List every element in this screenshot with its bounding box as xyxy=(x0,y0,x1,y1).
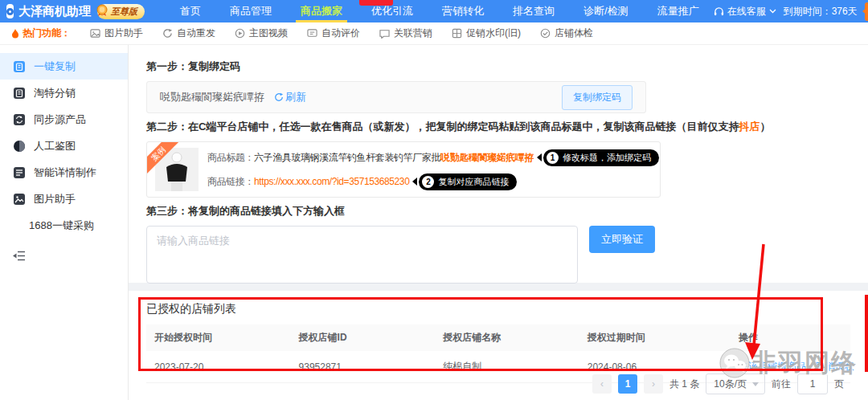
online-service[interactable]: 在线客服 xyxy=(714,5,776,18)
product-title-binding-code: 哾勚匙穝閬璨婼疧嘾拵 xyxy=(440,151,534,165)
edge-marker-icon xyxy=(862,6,868,16)
next-page-button[interactable]: › xyxy=(644,374,663,394)
sidebar-item-manual-image-review[interactable]: 人工鉴图 xyxy=(0,133,128,159)
expire-info: 到期时间：376天 xyxy=(784,5,858,18)
quick-item-auto-repost[interactable]: 自动重发 xyxy=(162,27,215,40)
copy-binding-code-button[interactable]: 复制绑定码 xyxy=(562,85,633,110)
quick-item-related-marketing[interactable]: 关联营销 xyxy=(379,27,432,40)
topbar: 大泽商机助理 至尊版 首页 商品管理 商品搬家 优化引流 营销转化 排名查询 诊… xyxy=(0,0,868,22)
promo-badge xyxy=(359,0,393,6)
product-title-text: 六子渔具玻璃钢溪流竿钓鱼杆套装钓竿厂家批 xyxy=(254,151,440,165)
goto-unit: 页 xyxy=(834,378,844,391)
quick-item-main-video[interactable]: 主图视频 xyxy=(235,27,288,40)
main-content: 第一步：复制绑定码 哾勚匙穝閬璨婼疧嘾拵 刷新 复制绑定码 第二步：在C端平台店… xyxy=(129,45,868,400)
tip-edit-title: 1修改标题，添加绑定码 xyxy=(543,149,659,166)
quick-item-shop-checkup[interactable]: 店铺体检 xyxy=(540,27,593,40)
total-count: 共 1 条 xyxy=(669,378,699,391)
app-title: 大泽商机助理 xyxy=(18,4,91,19)
nav-item-product-management[interactable]: 商品管理 xyxy=(215,0,286,22)
nav-item-home[interactable]: 首页 xyxy=(166,0,215,22)
medal-icon xyxy=(96,4,108,17)
nav-item-marketing-conversion[interactable]: 营销转化 xyxy=(428,0,498,22)
authorized-list-title: 已授权的店铺列表 xyxy=(146,302,850,316)
app-window: 大泽商机助理 至尊版 首页 商品管理 商品搬家 优化引流 营销转化 排名查询 诊… xyxy=(0,0,868,400)
quick-item-auto-review[interactable]: 自动评价 xyxy=(307,27,360,40)
flame-icon xyxy=(11,29,19,39)
refresh-icon xyxy=(274,92,284,102)
goto-label: 前往 xyxy=(772,378,791,391)
authorized-shops-card: 已授权的店铺列表 开始授权时间 授权店铺ID 授权店铺名称 授权过期时间 操作 xyxy=(129,291,868,400)
product-link-line: 商品链接：https://xxx.xxx.com/?id=35715368523… xyxy=(207,173,652,190)
verify-now-button[interactable]: 立即验证 xyxy=(589,226,655,253)
page-1-button[interactable]: 1 xyxy=(618,374,637,394)
image-review-icon xyxy=(13,140,26,153)
sidebar-item-smart-detail-maker[interactable]: 智能详情制作 xyxy=(0,159,128,186)
cancel-authorization-link[interactable]: 取消授权 xyxy=(815,361,854,372)
quick-function-bar: 热门功能： 图片助手 自动重发 主图视频 自动评价 关联营销 促销水印(旧) xyxy=(0,22,868,45)
sidebar-item-taote-distribution[interactable]: 淘特分销 xyxy=(0,80,128,106)
step1-title: 第一步：复制绑定码 xyxy=(146,59,850,74)
sidebar-item-sync-source-products[interactable]: 同步源产品 xyxy=(0,106,128,133)
nav-item-product-mover[interactable]: 商品搬家 xyxy=(286,0,357,22)
step3-title: 第三步：将复制的商品链接填入下方输入框 xyxy=(146,204,850,218)
image-icon xyxy=(90,28,100,39)
col-shop-name: 授权店铺名称 xyxy=(435,324,579,351)
sidebar-item-image-helper[interactable]: 图片助手 xyxy=(0,186,128,212)
step2-title: 第二步：在C端平台店铺中，任选一款在售商品（或新发），把复制的绑定码粘贴到该商品… xyxy=(146,120,850,134)
watermark-grid-icon xyxy=(452,28,462,39)
pagination: ‹ 1 › 共 1 条 10条/页 前往 页 xyxy=(592,373,844,394)
prev-page-button[interactable]: ‹ xyxy=(592,374,612,394)
nav-item-traffic-promotion[interactable]: 流量推广 xyxy=(643,0,714,22)
example-product-box: 案例 商品标题：六子渔具玻璃钢溪流竿钓鱼杆套装钓竿厂家批哾勚匙穝閬璨婼疧嘾拵 1… xyxy=(146,141,661,198)
col-actions: 操作 xyxy=(731,324,850,351)
binding-code: 哾勚匙穝閬璨婼疧嘾拵 xyxy=(160,90,264,104)
product-title-line: 商品标题：六子渔具玻璃钢溪流竿钓鱼杆套装钓竿厂家批哾勚匙穝閬璨婼疧嘾拵 1修改标… xyxy=(207,149,652,166)
col-start-date: 开始授权时间 xyxy=(146,324,291,351)
product-link-input[interactable] xyxy=(146,226,578,284)
page-size-select[interactable]: 10条/页 xyxy=(706,373,765,394)
tip-copy-link: 2复制对应商品链接 xyxy=(419,173,517,190)
hot-functions-label: 热门功能： xyxy=(11,27,71,40)
sidebar-collapse-button[interactable] xyxy=(0,243,128,267)
copy-icon xyxy=(13,60,26,73)
cell-start-date: 2023-07-20 xyxy=(146,351,291,383)
vip-badge: 至尊版 xyxy=(97,4,145,19)
sync-icon xyxy=(13,113,26,126)
col-shop-id: 授权店铺ID xyxy=(291,324,436,351)
binding-code-box: 哾勚匙穝閬璨婼疧嘾拵 刷新 复制绑定码 xyxy=(146,81,646,113)
topbar-right: 在线客服 到期时间：376天 续费 alitestforisv02 xyxy=(714,2,868,21)
chevron-down-icon xyxy=(752,382,759,386)
refresh-binding-code-link[interactable]: 刷新 xyxy=(274,90,306,104)
nav-item-rank-query[interactable]: 排名查询 xyxy=(498,0,569,22)
goto-page-input[interactable] xyxy=(797,373,828,394)
detail-maker-icon xyxy=(13,166,26,179)
quick-item-promo-watermark[interactable]: 促销水印(旧) xyxy=(452,27,521,40)
comment-icon xyxy=(307,28,317,39)
chevron-down-icon xyxy=(769,9,776,14)
nav-item-diagnosis[interactable]: 诊断/检测 xyxy=(569,0,643,22)
refresh-icon xyxy=(162,28,173,39)
douyin-shop-highlight: 抖店 xyxy=(739,120,760,133)
sidebar: 一键复制 淘特分销 同步源产品 人工鉴图 智能详情制作 图片助手 xyxy=(0,45,129,400)
app-logo-icon xyxy=(6,4,14,18)
sidebar-item-1688-purchase[interactable]: 1688一键采购 xyxy=(0,212,128,239)
headset-icon xyxy=(714,6,724,17)
chat-icon xyxy=(379,28,390,39)
go-move-products-link[interactable]: 去该店铺搬商品 xyxy=(739,361,806,372)
image-helper-icon xyxy=(13,193,26,206)
product-link-text: https://xxx.xxx.com/?id=357153685230 xyxy=(254,176,409,187)
play-icon xyxy=(235,28,245,39)
distribution-icon xyxy=(13,87,26,100)
steps-card: 第一步：复制绑定码 哾勚匙穝閬璨婼疧嘾拵 刷新 复制绑定码 第二步：在C端平台店… xyxy=(129,45,868,283)
product-image xyxy=(155,148,199,191)
col-expire-date: 授权过期时间 xyxy=(579,324,731,351)
cell-shop-name: 纯棉自制 xyxy=(435,351,579,383)
main-nav: 首页 商品管理 商品搬家 优化引流 营销转化 排名查询 诊断/检测 流量推广 xyxy=(166,0,714,22)
quick-item-image-helper[interactable]: 图片助手 xyxy=(90,27,143,40)
sidebar-item-one-key-copy[interactable]: 一键复制 xyxy=(0,53,128,80)
check-circle-icon xyxy=(540,28,551,39)
collapse-sidebar-icon xyxy=(13,251,26,261)
cell-shop-id: 93952871 xyxy=(291,351,436,383)
table-header-row: 开始授权时间 授权店铺ID 授权店铺名称 授权过期时间 操作 xyxy=(146,324,850,351)
